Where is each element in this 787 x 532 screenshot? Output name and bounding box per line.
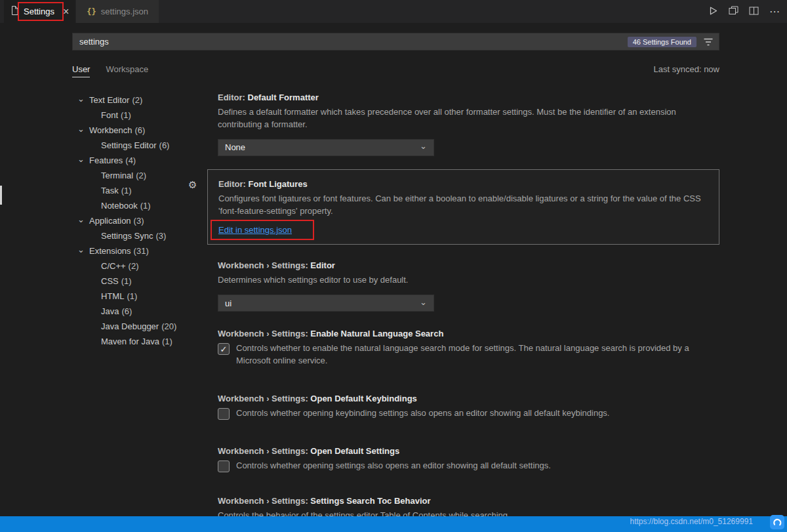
setting-title: Workbench › Settings: Settings Search To… [218, 496, 719, 506]
chevron-down-icon: ⌄ [420, 297, 427, 307]
setting-row-natural-language-search: Workbench › Settings: Enable Natural Lan… [218, 329, 719, 367]
toc-item-text-editor[interactable]: ⌄Text Editor(2) [72, 92, 218, 108]
toc-item-java-debugger[interactable]: Java Debugger(20) [72, 319, 218, 334]
setting-description: Controls the behavior of the settings ed… [218, 510, 719, 516]
checkbox-unchecked[interactable] [218, 460, 230, 472]
chevron-down-icon[interactable]: ⌄ [77, 245, 89, 255]
setting-title: Workbench › Settings: Enable Natural Lan… [218, 329, 719, 338]
json-icon: {} [87, 7, 96, 16]
tab-settings-json[interactable]: {} settings.json [76, 0, 159, 23]
chevron-down-icon[interactable]: ⌄ [77, 94, 89, 104]
left-edge-marker [0, 186, 2, 205]
default-formatter-select[interactable]: None ⌄ [218, 139, 434, 156]
toc-item-java[interactable]: Java(6) [72, 304, 218, 319]
csdn-logo-icon [770, 515, 784, 531]
tab-settings-label: Settings [24, 7, 54, 16]
settings-editor: 46 Settings Found User Workspace Last sy… [0, 23, 787, 516]
setting-row-open-default-settings: Workbench › Settings: Open Default Setti… [218, 446, 719, 472]
more-actions-button[interactable]: ⋯ [769, 5, 780, 18]
toc-item-extensions[interactable]: ⌄Extensions(31) [72, 243, 218, 258]
setting-row-default-formatter: Editor: Default Formatter Defines a defa… [218, 92, 719, 156]
editor-tab-bar: Settings × {} settings.json ⋯ [0, 0, 787, 23]
toc-item-workbench[interactable]: ⌄Workbench(6) [72, 123, 218, 138]
setting-title: Editor: Font Ligatures [218, 179, 708, 189]
last-synced-label: Last synced: now [654, 64, 719, 74]
filter-icon[interactable] [703, 37, 714, 47]
settings-editor-select[interactable]: ui ⌄ [218, 295, 434, 312]
scope-tab-user[interactable]: User [72, 64, 90, 74]
chevron-down-icon[interactable]: ⌄ [77, 154, 89, 164]
settings-scope-row: User Workspace Last synced: now [72, 61, 719, 77]
checkbox-unchecked[interactable] [218, 408, 230, 420]
side-by-side-icon[interactable] [729, 6, 738, 17]
setting-row-settings-search-toc-behavior: Workbench › Settings: Settings Search To… [218, 496, 719, 516]
setting-description: Controls whether opening keybinding sett… [236, 407, 609, 420]
settings-count-badge: 46 Settings Found [628, 37, 696, 47]
select-value: ui [225, 298, 232, 308]
setting-title: Workbench › Settings: Open Default Setti… [218, 446, 719, 456]
setting-row-font-ligatures: ⚙ Editor: Font Ligatures Configures font… [207, 169, 719, 245]
tab-settings[interactable]: Settings × [4, 0, 75, 23]
setting-description: Controls whether to enable the natural l… [236, 342, 719, 367]
setting-description: Determines which settings editor to use … [218, 274, 719, 287]
setting-title: Editor: Default Formatter [218, 92, 719, 102]
toc-item-font[interactable]: Font(1) [72, 108, 218, 123]
settings-search-input[interactable] [79, 37, 628, 47]
toc-item-css[interactable]: CSS(1) [72, 274, 218, 289]
toc-item-application[interactable]: ⌄Application(3) [72, 213, 218, 228]
toc-item-html[interactable]: HTML(1) [72, 289, 218, 304]
select-value: None [225, 142, 245, 152]
gear-icon[interactable]: ⚙ [188, 179, 197, 191]
setting-row-open-default-keybindings: Workbench › Settings: Open Default Keybi… [218, 394, 719, 420]
setting-description: Controls whether opening settings also o… [236, 460, 551, 472]
toc-item-features[interactable]: ⌄Features(4) [72, 153, 218, 168]
close-icon[interactable]: × [63, 7, 69, 17]
edit-in-settings-json-link[interactable]: Edit in settings.json [218, 225, 292, 235]
file-icon [10, 5, 19, 18]
setting-description: Defines a default formatter which takes … [218, 106, 719, 131]
chevron-down-icon[interactable]: ⌄ [77, 124, 89, 134]
setting-title: Workbench › Settings: Editor [218, 260, 719, 270]
setting-row-settings-editor: Workbench › Settings: Editor Determines … [218, 260, 719, 312]
settings-search-bar: 46 Settings Found [72, 33, 719, 51]
toc-item-settings-editor[interactable]: Settings Editor(6) [72, 138, 218, 153]
run-button[interactable] [708, 6, 718, 18]
watermark-url: https://blog.csdn.net/m0_51269991 [630, 517, 753, 526]
editor-actions: ⋯ [708, 0, 780, 23]
settings-toc: ⌄Text Editor(2) Font(1) ⌄Workbench(6) Se… [72, 85, 218, 516]
toc-item-notebook[interactable]: Notebook(1) [72, 198, 218, 213]
toc-item-maven-for-java[interactable]: Maven for Java(1) [72, 334, 218, 349]
checkbox-checked[interactable]: ✓ [218, 343, 230, 355]
chevron-down-icon[interactable]: ⌄ [77, 215, 89, 224]
setting-description: Configures font ligatures or font featur… [218, 193, 708, 218]
setting-title: Workbench › Settings: Open Default Keybi… [218, 394, 719, 403]
tab-settings-json-label: settings.json [101, 7, 148, 16]
toc-item-settings-sync[interactable]: Settings Sync(3) [72, 228, 218, 243]
chevron-down-icon: ⌄ [420, 141, 427, 151]
settings-list: Editor: Default Formatter Defines a defa… [218, 85, 719, 516]
toc-item-c-cpp[interactable]: C/C++(2) [72, 258, 218, 274]
scope-tab-workspace[interactable]: Workspace [106, 64, 148, 74]
split-editor-icon[interactable] [749, 7, 759, 17]
